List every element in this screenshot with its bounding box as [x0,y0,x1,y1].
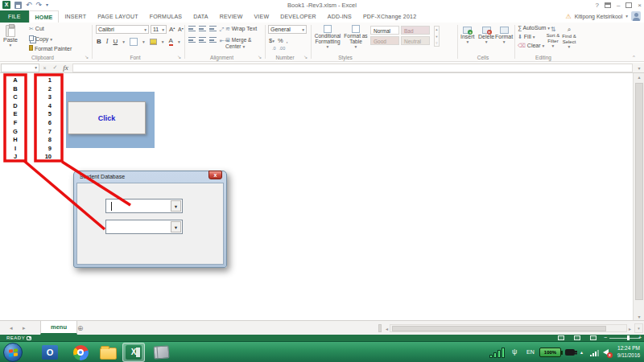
collapse-ribbon-icon[interactable]: ^ [633,55,635,60]
combo2-dropdown-icon[interactable]: ▼ [171,221,181,232]
new-sheet-icon[interactable]: ⊕ [77,324,84,332]
format-as-table-button[interactable]: Format as Table▾ [344,25,368,49]
sheet-grid[interactable]: ABCDEFGHIJ 12345678910 Click Student Dat… [0,73,644,320]
find-select-button[interactable]: ⌕ Find & Select▾ [562,26,576,49]
minimize-button[interactable]: – [617,2,620,9]
insert-cells-button[interactable]: + Insert▾ [460,27,475,44]
font-size-select[interactable]: 11▾ [151,25,167,34]
cut-button[interactable]: ✂ Cut [29,26,44,32]
tab-developer[interactable]: DEVELOPER [275,10,322,23]
tab-page-layout[interactable]: PAGE LAYOUT [92,10,144,23]
grow-font-button[interactable]: A▴ [169,26,175,33]
scrollbar-corner[interactable]: ▾ [634,323,643,333]
zoom-in-icon[interactable]: + [638,335,642,340]
merge-center-button[interactable]: ⊟ Merge & Center ▾ [225,37,262,49]
taskbar-outlook[interactable]: O [39,343,61,362]
page-layout-view-icon[interactable] [574,335,580,340]
show-hidden-icons[interactable]: ▴ [580,349,583,355]
horizontal-scroll-thumb[interactable] [392,326,606,331]
style-bad[interactable]: Bad [401,26,430,35]
tab-data[interactable]: DATA [188,10,213,23]
column-letters[interactable]: ABCDEFGHIJ [5,76,26,162]
sheet-tab-menu[interactable]: menu [40,321,77,335]
conditional-formatting-button[interactable]: Conditional Formatting▾ [313,25,342,49]
close-button[interactable]: × [638,2,642,9]
orientation-icon[interactable]: ⤢ [220,27,225,32]
bold-button[interactable]: B [97,38,101,45]
page-break-view-icon[interactable] [590,335,597,340]
format-painter-button[interactable]: Format Painter [29,45,72,51]
align-right-icon[interactable] [209,37,217,43]
number-dialog-launcher-icon[interactable]: ↘ [303,54,308,60]
cancel-icon[interactable]: × [39,65,50,71]
wireless-icon[interactable]: ψ [512,348,517,356]
alignment-dialog-launcher-icon[interactable]: ↘ [258,54,262,60]
font-dialog-launcher-icon[interactable]: ↘ [177,54,181,60]
zoom-slider[interactable] [609,338,640,339]
borders-icon[interactable] [130,38,138,46]
scroll-left-icon[interactable]: ◂ [384,326,390,331]
click-button[interactable]: Click [68,101,146,134]
formula-input[interactable] [72,64,633,72]
tab-add-ins[interactable]: ADD-INS [322,10,357,23]
clear-button[interactable]: ⌫ Clear ▾ [518,43,544,49]
start-button[interactable] [3,343,23,362]
percent-format-button[interactable]: % [278,37,283,44]
tab-view[interactable]: VIEW [249,10,275,23]
copy-button[interactable]: Copy ▾ [29,35,52,42]
paste-button[interactable]: Paste▾ [3,25,18,47]
font-family-select[interactable]: Calibri▾ [96,25,149,34]
tab-file[interactable]: FILE [0,10,29,23]
tab-pdf-xchange[interactable]: PDF-XChange 2012 [357,10,422,23]
delete-cells-button[interactable]: × Delete▾ [478,27,494,44]
clipboard-dialog-launcher-icon[interactable]: ↘ [85,54,89,60]
scroll-up-icon[interactable]: ▴ [634,74,644,80]
scrollbar-split-handle[interactable] [378,324,382,332]
help-button[interactable]: ? [595,2,598,9]
align-top-icon[interactable] [188,26,196,31]
sheet-nav-prev-icon[interactable]: ◂ [10,325,13,331]
column-numbers[interactable]: 12345678910 [32,76,52,162]
increase-decimal-button[interactable]: .0 [272,46,276,51]
scroll-down-icon[interactable]: ▾ [634,314,644,319]
zoom-out-icon[interactable]: − [604,335,607,340]
horizontal-scrollbar[interactable]: ◂ ▸ [378,323,633,333]
taskbar-excel[interactable]: X [122,343,145,362]
wrap-text-button[interactable]: ≋ Wrap Text [225,26,257,32]
student-combo-1[interactable]: ▼ [105,199,183,213]
comma-format-button[interactable]: , [287,37,288,44]
combo1-dropdown-icon[interactable]: ▼ [171,200,181,212]
taskbar-notes-app[interactable] [150,343,172,362]
style-normal[interactable]: Normal [370,26,399,35]
sheet-nav-next-icon[interactable]: ▸ [23,325,26,331]
align-left-icon[interactable] [188,37,196,43]
tab-home[interactable]: HOME [29,10,60,23]
format-cells-button[interactable]: Format▾ [495,27,513,44]
macro-record-icon[interactable] [27,336,31,340]
restore-button[interactable] [625,2,632,8]
language-indicator[interactable]: EN [526,349,535,355]
font-color-icon[interactable]: A [169,37,173,46]
decrease-decimal-button[interactable]: .00 [279,46,286,51]
scroll-right-icon[interactable]: ▸ [627,326,633,331]
dialog-close-button[interactable]: x [208,171,222,179]
align-bottom-icon[interactable] [209,26,217,31]
expand-formula-bar-icon[interactable]: ▾ [634,65,644,71]
name-box[interactable]: ▾ [1,64,39,72]
avatar[interactable] [631,11,641,21]
tab-insert[interactable]: INSERT [59,10,92,23]
underline-button[interactable]: U [113,38,118,45]
taskbar-explorer[interactable] [97,343,119,362]
currency-format-button[interactable]: $▾ [269,37,275,44]
align-center-icon[interactable] [199,37,206,43]
battery-percent-indicator[interactable]: 100% [539,348,561,357]
network-meter-icon[interactable] [489,347,509,358]
vertical-scroll-thumb[interactable] [635,83,643,300]
student-combo-2[interactable]: ▼ [105,220,183,234]
shrink-font-button[interactable]: A▾ [178,27,184,32]
taskbar-chrome[interactable] [69,343,92,362]
style-good[interactable]: Good [370,36,399,45]
styles-gallery-scroll[interactable]: ▴▾▿ [434,26,440,47]
underline-dropdown-icon[interactable]: ▾ [122,39,125,44]
number-format-select[interactable]: General▾ [268,25,307,34]
